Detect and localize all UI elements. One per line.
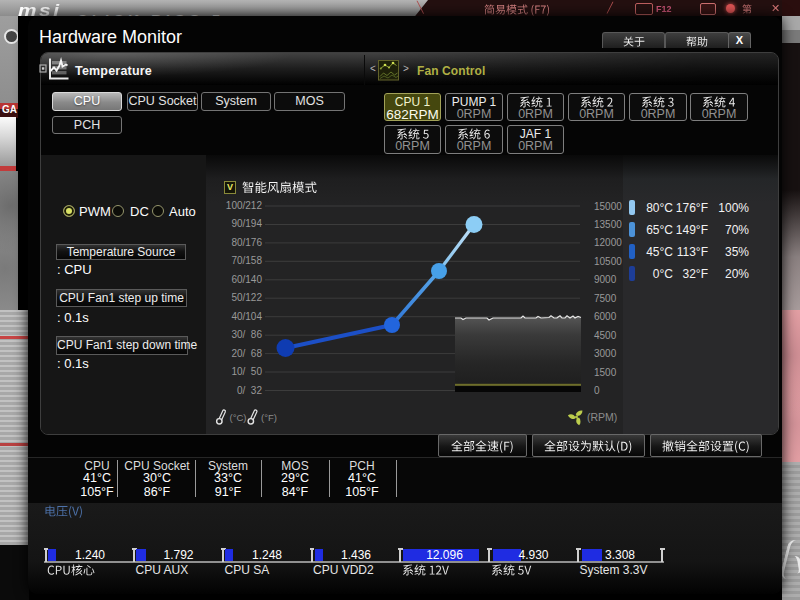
svg-text:(°F): (°F) (261, 412, 277, 423)
svg-text:(°C): (°C) (230, 412, 247, 423)
svg-text:(RPM): (RPM) (587, 411, 617, 423)
